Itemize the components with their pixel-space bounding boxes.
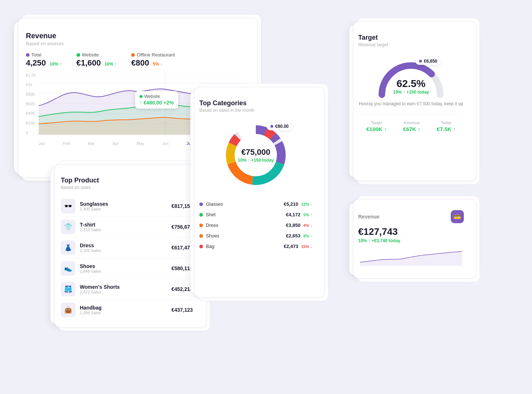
revenue-icon: 💳 <box>451 210 464 223</box>
offline-change: 5% ↓ <box>153 62 163 67</box>
product-sales: 1,848 Sales <box>80 269 172 273</box>
donut-label: €80.00 <box>267 122 292 130</box>
cat-dot <box>199 234 203 238</box>
product-info: Women's Shorts 1,472 Sales <box>80 284 172 294</box>
product-info: Dress 2,102 Sales <box>80 243 172 253</box>
cat-name: Shirt <box>206 212 286 217</box>
product-title: Top Product <box>61 177 193 184</box>
tooltip-value: ↑ €480.00 +2% <box>140 100 174 106</box>
gauge-dot <box>419 60 422 63</box>
donut-chart: €75,000 10% ↑ +150 today €80.00 <box>219 119 292 192</box>
product-subtitle: Based on sales <box>61 185 193 190</box>
product-info: Sunglasses 2,400 Sales <box>80 201 172 211</box>
cat-dot <box>199 245 203 248</box>
product-revenue: €580,112 <box>172 265 193 271</box>
cat-pct: 8% ↑ <box>304 234 312 238</box>
cat-value: €2,653 <box>286 233 301 239</box>
target-subtitle: Revenue target <box>358 42 464 47</box>
product-list-item: 🩳 Women's Shorts 1,472 Sales €452,215 <box>61 279 193 300</box>
product-list-item: 👕 T-shirt 2,210 Sales €756,678 <box>61 217 193 237</box>
cat-value: €4,172 <box>286 212 301 217</box>
stat-revenue: Revenue €67K ↑ <box>403 121 420 132</box>
metric-website: Website €1,600 10% ↑ <box>77 52 117 68</box>
cat-name: Glasses <box>206 201 284 207</box>
product-list-item: 🕶️ Sunglasses 2,400 Sales €817,152 <box>61 196 193 217</box>
product-name: Shoes <box>80 263 172 269</box>
product-list-item: 👟 Shoes 1,848 Sales €580,112 <box>61 258 193 279</box>
category-list-item: Bag €2,473 15% ↓ <box>199 241 312 252</box>
website-dot <box>77 53 80 57</box>
target-message: Hooray you managed to earn €7,500 today,… <box>358 101 464 107</box>
target-title: Target <box>358 34 464 42</box>
offline-label: Offline Restaurant <box>137 52 175 58</box>
category-list-item: Shirt €4,172 5% ↑ <box>199 209 312 220</box>
categories-title: Top Categories <box>199 99 312 107</box>
gauge-label-value: €6,650 <box>424 59 437 64</box>
product-revenue: €437,123 <box>172 307 193 313</box>
metric-total: Total 4,250 10% ↑ <box>26 52 62 68</box>
categories-card: Top Categories Based on sales in the mon… <box>190 90 321 294</box>
gauge-center: 62.5% 10% ↑ +150 today <box>393 78 429 95</box>
total-change: 10% ↑ <box>50 62 62 67</box>
cat-dot <box>199 224 203 227</box>
revenue-small-card: Revenue 💳 €127,743 10% ↑ +€3,740 today <box>349 202 473 275</box>
website-change: 10% ↑ <box>105 62 117 67</box>
stat-today: Today €7.5K ↑ <box>437 121 456 132</box>
product-list: 🕶️ Sunglasses 2,400 Sales €817,152 👕 T-s… <box>61 196 193 320</box>
product-info: T-shirt 2,210 Sales <box>80 222 172 232</box>
rev-small-header: Revenue 💳 <box>358 210 464 223</box>
product-sales: 2,102 Sales <box>80 248 172 253</box>
product-name: Women's Shorts <box>80 284 172 290</box>
donut-label-dot <box>270 125 273 128</box>
metric-offline: Offline Restaurant €800 5% ↓ <box>131 52 175 68</box>
product-thumb: 🕶️ <box>61 199 75 213</box>
rev-small-title: Revenue <box>358 214 379 220</box>
tooltip-label-text: Website <box>144 94 160 99</box>
product-info: Shoes 1,848 Sales <box>80 263 172 273</box>
cat-pct: 5% ↑ <box>304 213 312 217</box>
gauge-percentage: 62.5% <box>393 78 429 90</box>
gauge-label: €6,650 <box>415 58 441 65</box>
cat-dot <box>199 202 203 206</box>
cat-name: Bag <box>206 244 284 249</box>
total-dot <box>26 53 30 57</box>
donut-center: €75,000 10% ↑ +150 today <box>238 147 274 163</box>
donut-sub: 10% ↑ +150 today <box>238 158 274 163</box>
product-sales: 2,400 Sales <box>80 207 172 211</box>
cat-pct: 15% ↓ <box>301 244 312 249</box>
product-name: Handbag <box>80 305 172 311</box>
product-name: T-shirt <box>80 222 172 228</box>
rev-small-change: 10% ↑ +€3,740 today <box>358 238 464 243</box>
tooltip-dot <box>140 95 142 98</box>
stat-target: Target €100K ↑ <box>366 121 387 132</box>
product-thumb: 👗 <box>61 240 75 255</box>
product-name: Sunglasses <box>80 201 172 207</box>
category-list-item: Glasses €5,210 12% ↑ <box>199 199 312 209</box>
category-list-item: Shoes €2,653 8% ↑ <box>199 231 312 241</box>
rev-small-value: €127,743 <box>358 226 464 237</box>
product-thumb: 👕 <box>61 220 75 234</box>
product-thumb: 👜 <box>61 303 75 317</box>
revenue-metrics: Total 4,250 10% ↑ Website €1,600 10% ↑ O… <box>26 52 242 68</box>
offline-value: €800 5% ↓ <box>131 58 175 68</box>
gauge-change: 10% ↑ +150 today <box>393 90 429 95</box>
total-value: 4,250 10% ↑ <box>26 58 62 68</box>
cat-value: €2,473 <box>284 244 298 249</box>
total-label: Total <box>31 52 41 58</box>
categories-list: Glasses €5,210 12% ↑ Shirt €4,172 5% ↑ D… <box>199 199 312 252</box>
donut-value: €75,000 <box>238 147 274 157</box>
offline-dot <box>131 53 135 57</box>
cat-value: €3,850 <box>286 222 301 228</box>
cat-name: Dress <box>206 222 286 228</box>
categories-subtitle: Based on sales in the month <box>199 108 312 113</box>
product-name: Dress <box>80 243 172 248</box>
rev-small-chart <box>358 248 464 266</box>
product-thumb: 👟 <box>61 261 75 276</box>
revenue-subtitle: Based on sources <box>26 41 242 46</box>
product-sales: 1,472 Sales <box>80 290 172 294</box>
product-sales: 1,098 Sales <box>80 311 172 315</box>
revenue-title: Revenue <box>26 32 242 40</box>
product-thumb: 🩳 <box>61 282 75 296</box>
product-revenue: €452,215 <box>172 286 193 292</box>
category-list-item: Dress €3,850 4% ↓ <box>199 220 312 231</box>
